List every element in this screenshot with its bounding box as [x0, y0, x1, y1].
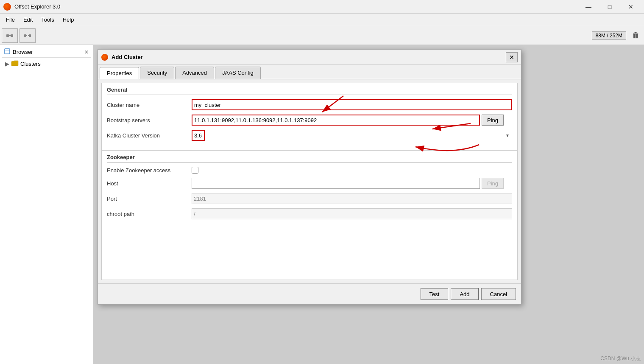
- bootstrap-servers-control: Ping: [192, 115, 512, 126]
- dialog-tabs: Properties Security Advanced JAAS Config: [98, 65, 521, 79]
- bootstrap-servers-input[interactable]: [192, 115, 480, 126]
- enable-zookeeper-checkbox[interactable]: [192, 167, 198, 174]
- general-section-title: General: [107, 87, 512, 95]
- tree-expand-icon: ▶: [5, 61, 9, 67]
- tree-clusters[interactable]: ▶ Clusters: [3, 59, 89, 68]
- zk-port-label: Port: [107, 196, 192, 202]
- modal-overlay: Add Cluster ✕ Properties Security Advanc…: [93, 45, 644, 364]
- kafka-version-label: Kafka Cluster Version: [107, 132, 192, 139]
- tab-security[interactable]: Security: [140, 67, 174, 79]
- folder-icon: [11, 60, 19, 67]
- menu-edit[interactable]: Edit: [19, 15, 37, 25]
- svg-rect-1: [11, 34, 13, 37]
- zk-port-input: [192, 193, 512, 204]
- menu-bar: File Edit Tools Help: [0, 14, 644, 26]
- zk-host-label: Host: [107, 180, 192, 187]
- gc-button[interactable]: 🗑: [630, 30, 642, 42]
- kafka-version-control: 3.6 3.5 3.4 3.3 3.0 2.8 2.6: [192, 130, 512, 141]
- bootstrap-servers-label: Bootstrap servers: [107, 117, 192, 123]
- title-bar: Offset Explorer 3.0 — □ ✕: [0, 0, 644, 14]
- close-button[interactable]: ✕: [621, 1, 641, 13]
- browser-tab-label: Browser: [13, 49, 84, 55]
- tab-properties[interactable]: Properties: [100, 67, 139, 79]
- dialog-empty-space: [102, 229, 517, 280]
- zk-host-control: Ping: [192, 178, 512, 189]
- dialog-footer: Test Add Cancel: [98, 283, 521, 304]
- cluster-name-control: [192, 99, 512, 110]
- enable-zookeeper-row: Enable Zookeeper access: [107, 167, 512, 174]
- add-button[interactable]: Add: [451, 288, 478, 300]
- disconnect-icon: [23, 31, 32, 40]
- kafka-version-row: Kafka Cluster Version 3.6 3.5 3.4 3.3 3.…: [107, 130, 512, 141]
- kafka-version-select-wrapper: 3.6 3.5 3.4 3.3 3.0 2.8 2.6: [192, 130, 512, 141]
- zk-chroot-input: [192, 208, 512, 219]
- svg-rect-4: [29, 34, 31, 37]
- zookeeper-section-title: Zookeeper: [107, 154, 512, 162]
- main-area: Browser ✕ ▶ Clusters Ad: [0, 45, 644, 364]
- cluster-name-label: Cluster name: [107, 102, 192, 108]
- dialog-title: Add Cluster: [112, 54, 506, 60]
- zk-chroot-row: chroot path: [107, 208, 512, 219]
- cancel-button[interactable]: Cancel: [481, 288, 516, 300]
- content-area: Add Cluster ✕ Properties Security Advanc…: [93, 45, 644, 364]
- tab-advanced[interactable]: Advanced: [175, 67, 214, 79]
- zk-chroot-control: [192, 208, 512, 219]
- zk-ping-button: Ping: [482, 178, 504, 189]
- svg-rect-0: [6, 34, 9, 37]
- menu-tools[interactable]: Tools: [37, 15, 58, 25]
- sidebar: Browser ✕ ▶ Clusters: [0, 45, 93, 364]
- toolbar: 88M / 252M 🗑: [0, 26, 644, 45]
- svg-rect-3: [24, 34, 26, 37]
- test-button[interactable]: Test: [421, 288, 449, 300]
- menu-help[interactable]: Help: [59, 15, 78, 25]
- menu-file[interactable]: File: [2, 15, 19, 25]
- app-icon: [3, 3, 11, 11]
- zk-port-control: [192, 193, 512, 204]
- dialog-close-button[interactable]: ✕: [506, 52, 518, 62]
- memory-display: 88M / 252M: [592, 31, 626, 40]
- cluster-name-input[interactable]: [192, 99, 512, 110]
- dialog-icon: [101, 54, 108, 61]
- tree-area: ▶ Clusters: [2, 58, 91, 70]
- bootstrap-ping-button[interactable]: Ping: [482, 115, 504, 126]
- dialog-body: General Cluster name Bootstrap servers: [101, 83, 518, 280]
- zk-chroot-label: chroot path: [107, 211, 192, 217]
- cluster-name-row: Cluster name: [107, 99, 512, 110]
- general-section: General Cluster name Bootstrap servers: [102, 83, 517, 150]
- zookeeper-section: Zookeeper Enable Zookeeper access Host: [102, 151, 517, 229]
- window-controls: — □ ✕: [579, 1, 641, 13]
- zk-host-input[interactable]: [192, 178, 480, 189]
- dialog-title-bar: Add Cluster ✕: [98, 50, 521, 65]
- connect-button[interactable]: [2, 28, 18, 43]
- kafka-version-select[interactable]: 3.6 3.5 3.4 3.3 3.0 2.8 2.6: [192, 130, 205, 141]
- enable-zookeeper-control: [192, 167, 512, 174]
- svg-rect-7: [5, 49, 10, 54]
- browser-tab[interactable]: Browser ✕: [2, 47, 91, 58]
- minimize-button[interactable]: —: [579, 1, 598, 13]
- tree-clusters-label: Clusters: [20, 61, 41, 67]
- disconnect-button[interactable]: [20, 28, 36, 43]
- connect-icon: [6, 31, 14, 40]
- tab-jaas-config[interactable]: JAAS Config: [215, 67, 261, 79]
- watermark: CSDN @Wu 小志: [600, 355, 641, 362]
- browser-tab-icon: [4, 48, 10, 56]
- enable-zookeeper-label: Enable Zookeeper access: [107, 167, 192, 174]
- add-cluster-dialog: Add Cluster ✕ Properties Security Advanc…: [98, 49, 521, 305]
- zk-port-row: Port: [107, 193, 512, 204]
- browser-tab-close[interactable]: ✕: [84, 49, 89, 55]
- maximize-button[interactable]: □: [600, 1, 619, 13]
- bootstrap-servers-row: Bootstrap servers Ping: [107, 115, 512, 126]
- app-title: Offset Explorer 3.0: [14, 3, 579, 10]
- zk-host-row: Host Ping: [107, 178, 512, 189]
